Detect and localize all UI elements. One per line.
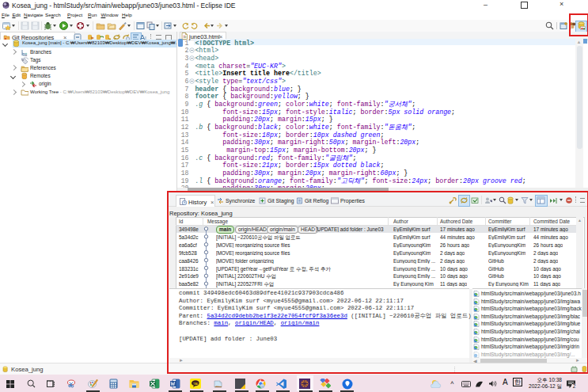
svg-text:TALK: TALK <box>193 382 201 386</box>
svg-text:2: 2 <box>573 383 576 389</box>
